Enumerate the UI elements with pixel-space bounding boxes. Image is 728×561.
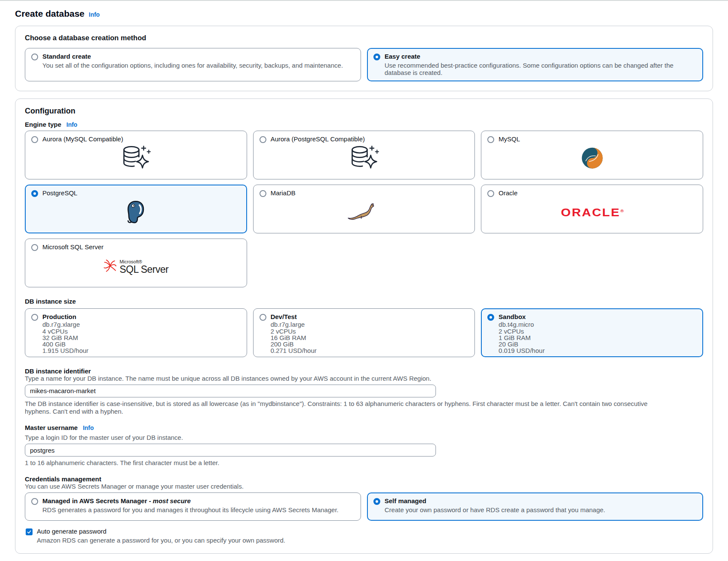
credentials-management-heading: Credentials management xyxy=(25,475,703,483)
option-title: Standard create xyxy=(42,53,91,61)
engine-label: MariaDB xyxy=(271,189,295,197)
radio-production[interactable] xyxy=(31,314,38,321)
engine-card-oracle[interactable]: Oracle ORACLE® xyxy=(481,185,703,233)
option-title: Self managed xyxy=(385,497,427,505)
db-instance-identifier-constraint: The DB instance identifier is case-insen… xyxy=(25,400,648,416)
option-description: Use recommended best-practice configurat… xyxy=(385,62,697,77)
sqlserver-product-text: SQL Server xyxy=(119,264,168,275)
engine-card-postgresql[interactable]: PostgreSQL xyxy=(25,185,247,233)
engine-card-mysql[interactable]: MySQL xyxy=(481,131,703,179)
configuration-heading: Configuration xyxy=(25,107,703,116)
check-icon xyxy=(27,529,32,534)
engine-type-label: Engine type xyxy=(25,121,61,128)
creation-method-panel: Choose a database creation method Standa… xyxy=(15,26,713,91)
postgresql-elephant-icon xyxy=(123,200,148,226)
configuration-panel: Configuration Engine type Info Aurora (M… xyxy=(15,98,713,554)
size-card-sandbox[interactable]: Sandbox db.t4g.micro 2 vCPUs 1 GiB RAM 2… xyxy=(481,308,703,357)
radio-mysql[interactable] xyxy=(487,136,494,143)
engine-label: Aurora (MySQL Compatible) xyxy=(42,135,123,143)
engine-card-sqlserver[interactable]: Microsoft SQL Server xyxy=(25,239,247,287)
master-username-label: Master username xyxy=(25,424,78,431)
radio-aurora-postgresql[interactable] xyxy=(260,136,266,143)
aurora-database-sparkle-icon xyxy=(349,145,379,173)
oracle-wordmark-logo: ORACLE® xyxy=(561,206,624,219)
radio-standard-create[interactable] xyxy=(31,54,38,60)
sqlserver-burst-icon xyxy=(103,259,117,275)
radio-devtest[interactable] xyxy=(260,314,266,321)
size-label: Sandbox xyxy=(498,313,525,321)
engine-label: Oracle xyxy=(498,189,517,197)
master-username-constraint: 1 to 16 alphanumeric characters. The fir… xyxy=(25,459,648,467)
option-description: Create your own password or have RDS cre… xyxy=(385,506,697,513)
size-details: db.r7g.xlarge 4 vCPUs 32 GiB RAM 400 GiB… xyxy=(42,321,241,354)
aurora-database-sparkle-icon xyxy=(121,145,151,173)
option-description: RDS generates a password for you and man… xyxy=(42,506,355,513)
size-label: Production xyxy=(42,313,76,321)
master-username-info-link[interactable]: Info xyxy=(83,424,94,431)
auto-generate-password-description: Amazon RDS can generate a password for y… xyxy=(37,537,285,544)
master-username-description: Type a login ID for the master user of y… xyxy=(25,434,703,441)
engine-card-aurora-mysql[interactable]: Aurora (MySQL Compatible) xyxy=(25,131,247,179)
option-card-easy-create[interactable]: Easy create Use recommended best-practic… xyxy=(367,48,703,81)
db-instance-identifier-description: Type a name for your DB instance. The na… xyxy=(25,375,703,382)
radio-aurora-mysql[interactable] xyxy=(31,136,38,143)
db-instance-identifier-input[interactable] xyxy=(25,385,436,397)
engine-card-mariadb[interactable]: MariaDB xyxy=(253,185,475,233)
size-card-production[interactable]: Production db.r7g.xlarge 4 vCPUs 32 GiB … xyxy=(25,308,247,357)
radio-postgresql[interactable] xyxy=(31,190,38,197)
size-card-devtest[interactable]: Dev/Test db.r7g.large 2 vCPUs 16 GiB RAM… xyxy=(253,308,475,357)
option-card-self-managed[interactable]: Self managed Create your own password or… xyxy=(367,492,703,521)
master-username-input[interactable] xyxy=(25,444,436,457)
radio-mariadb[interactable] xyxy=(260,190,266,197)
size-label: Dev/Test xyxy=(271,313,297,321)
auto-generate-password-checkbox[interactable] xyxy=(26,528,33,535)
mariadb-sealion-icon xyxy=(346,202,382,224)
engine-label: MySQL xyxy=(498,135,520,143)
engine-card-aurora-postgresql[interactable]: Aurora (PostgreSQL Compatible) xyxy=(253,131,475,179)
radio-self-managed[interactable] xyxy=(373,498,380,505)
sqlserver-logo: Microsoft® SQL Server xyxy=(103,259,168,275)
page-title: Create database xyxy=(15,9,84,19)
auto-generate-password-label: Auto generate password xyxy=(37,528,107,535)
radio-oracle[interactable] xyxy=(487,190,494,197)
radio-sqlserver[interactable] xyxy=(31,244,38,251)
credentials-management-description: You can use AWS Secrets Manager or manag… xyxy=(25,483,703,490)
option-card-secrets-manager[interactable]: Managed in AWS Secrets Manager - most se… xyxy=(25,492,361,521)
create-database-page: Create database Info Choose a database c… xyxy=(0,1,728,554)
mysql-logo-icon xyxy=(581,147,603,171)
radio-secrets-manager[interactable] xyxy=(31,498,38,505)
db-instance-identifier-label: DB instance identifier xyxy=(25,367,703,375)
option-description: You set all of the configuration options… xyxy=(42,62,355,69)
engine-label: Microsoft SQL Server xyxy=(42,243,104,251)
option-title: Easy create xyxy=(385,53,420,61)
radio-easy-create[interactable] xyxy=(373,54,380,60)
engine-label: PostgreSQL xyxy=(42,189,78,197)
creation-method-heading: Choose a database creation method xyxy=(25,34,703,42)
size-details: db.t4g.micro 2 vCPUs 1 GiB RAM 20 GiB 0.… xyxy=(498,321,697,354)
option-card-standard-create[interactable]: Standard create You set all of the confi… xyxy=(25,48,361,81)
engine-type-info-link[interactable]: Info xyxy=(66,121,78,128)
db-instance-size-heading: DB instance size xyxy=(25,298,703,305)
engine-label: Aurora (PostgreSQL Compatible) xyxy=(271,135,365,143)
page-info-link[interactable]: Info xyxy=(89,11,100,18)
auto-generate-password-row: Auto generate password Amazon RDS can ge… xyxy=(25,528,703,544)
radio-sandbox[interactable] xyxy=(487,314,494,321)
size-details: db.r7g.large 2 vCPUs 16 GiB RAM 200 GiB … xyxy=(271,321,469,354)
page-title-row: Create database Info xyxy=(15,9,713,19)
option-title: Managed in AWS Secrets Manager - most se… xyxy=(42,497,191,505)
